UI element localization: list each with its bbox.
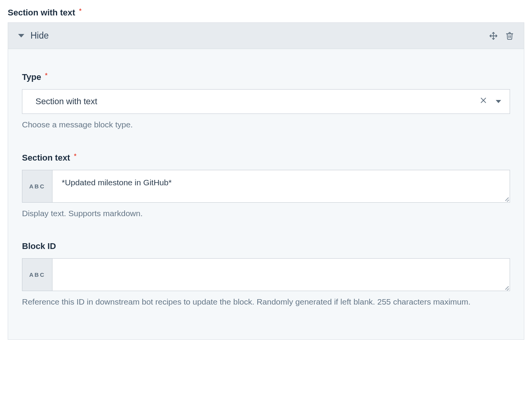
chevron-down-icon	[496, 100, 501, 103]
panel-collapse-toggle[interactable]: Hide	[18, 30, 489, 41]
required-asterisk-icon: *	[45, 72, 47, 79]
type-help-text: Choose a message block type.	[22, 119, 510, 131]
close-icon	[480, 97, 487, 104]
section-panel: Hide	[8, 22, 524, 340]
panel-body: Type * Section with text Choose a messag…	[8, 49, 524, 339]
section-text-input[interactable]	[52, 170, 510, 200]
chevron-down-icon	[18, 34, 24, 37]
text-prefix-badge: ABC	[22, 259, 52, 291]
block-id-input[interactable]	[52, 259, 510, 289]
required-asterisk-icon: *	[74, 153, 76, 159]
type-label: Type *	[22, 72, 510, 82]
section-text-help: Display text. Supports markdown.	[22, 207, 510, 220]
section-text-input-row: ABC	[22, 170, 510, 203]
block-id-help: Reference this ID in downstream bot reci…	[22, 296, 510, 308]
type-select-value: Section with text	[35, 97, 480, 107]
section-text-label: Section text *	[22, 153, 510, 163]
delete-button[interactable]	[505, 32, 514, 40]
block-id-label-text: Block ID	[22, 241, 56, 251]
type-field: Type * Section with text Choose a messag…	[22, 72, 510, 131]
section-text-field: Section text * ABC Display text. Support…	[22, 153, 510, 220]
move-icon	[489, 32, 498, 40]
move-button[interactable]	[489, 32, 498, 40]
panel-header: Hide	[8, 23, 524, 49]
type-label-text: Type	[22, 72, 41, 82]
section-title-text: Section with text	[8, 8, 75, 17]
clear-type-button[interactable]	[480, 97, 487, 107]
section-text-label-text: Section text	[22, 153, 70, 163]
block-id-label: Block ID	[22, 241, 510, 251]
text-prefix-badge: ABC	[22, 170, 52, 202]
trash-icon	[505, 32, 514, 40]
collapse-label: Hide	[30, 30, 49, 41]
required-asterisk-icon: *	[79, 8, 81, 14]
block-id-field: Block ID ABC Reference this ID in downst…	[22, 241, 510, 308]
block-id-input-row: ABC	[22, 258, 510, 291]
section-title: Section with text *	[8, 8, 524, 18]
type-select[interactable]: Section with text	[22, 89, 510, 114]
